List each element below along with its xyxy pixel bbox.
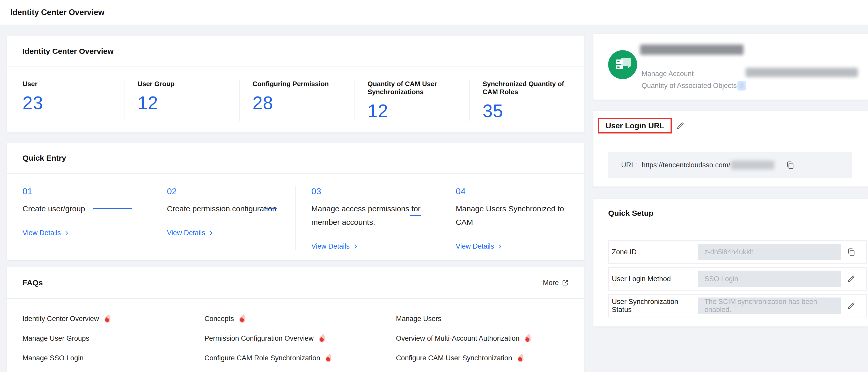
overview-card-header: Identity Center Overview [7,36,584,66]
login-url-row: URL: https://tencentcloudsso.com/ [608,152,852,178]
step-number: 03 [311,186,430,196]
hot-flame-icon [324,353,333,363]
step-number: 02 [167,186,286,196]
setup-row-sync-status: User Synchronization Status The SCIM syn… [608,294,867,317]
step-title: Manage access permissions for member acc… [311,202,430,229]
quick-setup-card: Quick Setup Zone ID z-dh5i84h4ukkh User … [593,199,868,327]
faqs-title: FAQs [23,278,43,287]
stat-cam-user-syncs: Quantity of CAM User Synchronizations 12 [354,80,469,121]
stat-label: Quantity of CAM User Synchronizations [368,80,453,96]
step-title-text: Manage Users Synchronized to CAM [456,205,564,226]
faq-item[interactable]: Configure CAM User Synchronization [396,353,568,363]
quick-setup-header: Quick Setup [593,199,868,228]
faq-item[interactable]: Permission Configuration Overview [205,334,396,343]
faq-item[interactable]: Identity Center Overview [23,314,205,323]
stat-label: Synchronized Quantity of CAM Roles [483,80,568,96]
overview-card: Identity Center Overview User 23 User Gr… [7,36,584,132]
edit-login-method-button[interactable] [841,275,862,283]
hot-flame-icon [524,334,532,343]
faq-item-label[interactable]: Manage Users [396,314,441,323]
top-header-bar: Identity Center Overview [0,0,868,25]
stat-value: 35 [483,101,574,121]
url-suffix-redacted [731,161,774,169]
faqs-more-link[interactable]: More [543,279,568,287]
url-value: https://tencentcloudsso.com/ [642,161,730,169]
edit-pencil-icon[interactable] [676,121,685,130]
edit-sync-status-button[interactable] [841,301,862,310]
associated-objects-count-badge[interactable] [737,81,746,91]
quick-entry-steps: 01 Create user/group View Details 02 Cre… [7,174,584,256]
associated-objects-label: Quantity of Associated Objects [642,82,737,90]
faq-item-label[interactable]: Manage User Groups [23,334,89,343]
view-details-label: View Details [167,229,205,237]
view-details-label: View Details [311,242,350,250]
setup-row-login-method: User Login Method SSO Login [608,267,867,290]
stat-value: 12 [368,101,459,121]
step-connector-line [93,208,132,209]
faq-item-label[interactable]: Configure CAM User Synchronization [396,353,512,363]
quick-entry-header: Quick Entry [7,143,584,174]
url-label: URL: [621,161,637,169]
edit-pencil-icon [847,275,856,283]
step-title-text: Create permission configuration [167,205,277,213]
faq-item-label[interactable]: Configure CAM Role Synchronization [205,353,320,363]
faqs-grid: Identity Center Overview Concepts Manage… [7,299,584,372]
external-link-icon [562,279,568,286]
faqs-header: FAQs More [7,267,584,299]
zone-id-value: z-dh5i84h4ukkh [698,244,841,260]
stat-user: User 23 [7,80,124,121]
faq-item[interactable]: Overview of Multi-Account Authorization [396,334,568,343]
quick-entry-title: Quick Entry [23,154,66,162]
faq-item-label[interactable]: Overview of Multi-Account Authorization [396,334,519,343]
manage-account-label: Manage Account [642,70,693,78]
view-details-link[interactable]: View Details [167,229,214,237]
faq-item-label[interactable]: Concepts [205,314,234,323]
stat-value: 12 [137,93,228,113]
faq-item-label[interactable]: Manage SSO Login [23,353,84,363]
step-manage-access: 03 Manage access permissions for member … [295,186,440,250]
hot-flame-icon [238,314,246,323]
user-login-url-card: User Login URL URL: https://tencentcloud… [593,111,868,187]
view-details-link[interactable]: View Details [23,229,70,237]
account-card: Manage Account Quantity of Associated Ob… [593,34,868,100]
stat-label: User Group [137,80,223,88]
step-connector-line [410,215,421,216]
account-name-redacted [640,44,744,55]
view-details-label: View Details [23,229,61,237]
view-details-link[interactable]: View Details [311,242,359,250]
chevron-right-icon [353,244,359,249]
chevron-right-icon [497,244,503,249]
edit-pencil-icon [847,301,856,310]
faq-item[interactable]: Configure CAM Role Synchronization [205,353,396,363]
sync-status-value: The SCIM synchronization has been enable… [698,298,841,314]
faq-item[interactable]: Concepts [205,314,396,323]
faq-item-label[interactable]: Identity Center Overview [23,314,99,323]
copy-icon[interactable] [786,161,795,169]
account-id-redacted [746,68,858,77]
chevron-right-icon [64,230,70,236]
chevron-right-icon [208,230,214,236]
quick-entry-card: Quick Entry 01 Create user/group View De… [7,143,584,260]
view-details-label: View Details [456,242,494,250]
faq-item-label[interactable]: Permission Configuration Overview [205,334,314,343]
hot-flame-icon [318,334,326,343]
step-title-text: Create user/group [23,202,85,216]
hot-flame-icon [103,314,112,323]
quick-setup-body: Zone ID z-dh5i84h4ukkh User Login Method… [593,228,868,317]
step-number: 01 [23,186,142,196]
step-title-text: Manage access permissions for member acc… [311,205,421,226]
step-title: Manage Users Synchronized to CAM [456,202,575,229]
setup-row-label: User Synchronization Status [612,298,698,314]
faq-item[interactable]: Manage SSO Login [23,353,205,363]
view-details-link[interactable]: View Details [456,242,503,250]
page-title: Identity Center Overview [10,0,104,25]
overview-stats-row: User 23 User Group 12 Configuring Permis… [7,66,584,132]
step-manage-synced-users: 04 Manage Users Synchronized to CAM View… [440,186,584,250]
login-method-value: SSO Login [698,271,841,287]
faq-item[interactable]: Manage Users [396,314,568,323]
step-connector-line [265,208,277,209]
step-create-user-group: 01 Create user/group View Details [7,186,151,250]
copy-zone-id-button[interactable] [841,248,862,256]
faq-item[interactable]: Manage User Groups [23,334,205,343]
stat-value: 23 [23,93,114,113]
